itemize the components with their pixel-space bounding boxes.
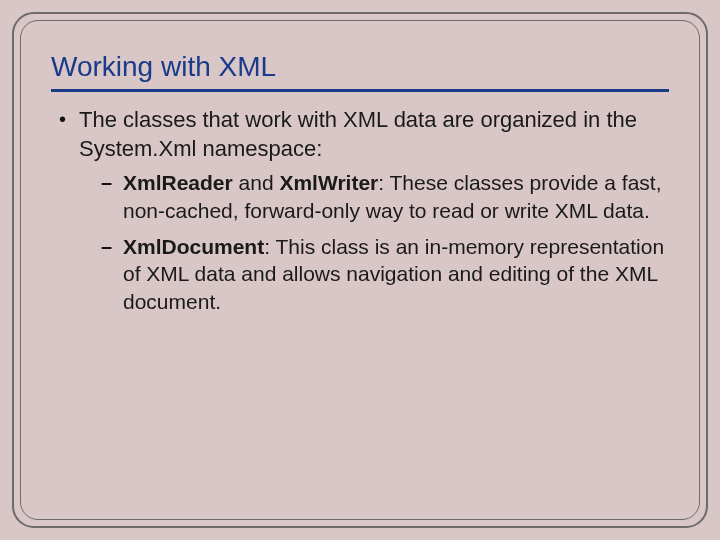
text: and bbox=[233, 171, 280, 194]
list-item: XmlReader and XmlWriter: These classes p… bbox=[99, 169, 669, 224]
bold-term: XmlReader bbox=[123, 171, 233, 194]
slide-frame: Working with XML The classes that work w… bbox=[12, 12, 708, 528]
slide-title: Working with XML bbox=[51, 51, 669, 83]
list-item: XmlDocument: This class is an in-memory … bbox=[99, 233, 669, 316]
sub-bullet-list: XmlReader and XmlWriter: These classes p… bbox=[79, 169, 669, 316]
bullet-text: The classes that work with XML data are … bbox=[79, 107, 637, 161]
bold-term: XmlWriter bbox=[279, 171, 378, 194]
bold-term: XmlDocument bbox=[123, 235, 264, 258]
list-item: The classes that work with XML data are … bbox=[57, 106, 669, 316]
title-underline bbox=[51, 89, 669, 92]
bullet-list: The classes that work with XML data are … bbox=[51, 106, 669, 316]
slide-content: Working with XML The classes that work w… bbox=[20, 20, 700, 520]
